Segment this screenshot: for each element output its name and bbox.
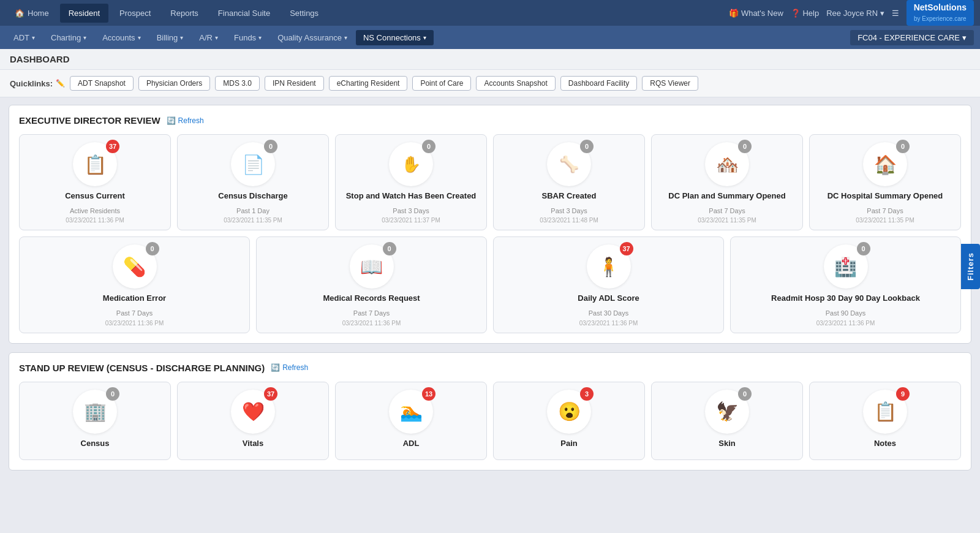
top-nav-right: 🎁 What's New ❓ Help Ree Joyce RN ▾ ☰ Net… bbox=[729, 0, 974, 26]
card-census-discharge[interactable]: 📄 0 Census Discharge Past 1 Day 03/23/20… bbox=[177, 134, 329, 230]
standup-review-title: STAND UP REVIEW (CENSUS - DISCHARGE PLAN… bbox=[19, 363, 265, 373]
filters-label: Filters bbox=[966, 252, 975, 281]
quicklinks-edit-icon[interactable]: ✏️ bbox=[56, 79, 65, 88]
census-discharge-sub: Past 1 Day bbox=[236, 206, 270, 216]
card-standup-vitals[interactable]: ❤️ 37 Vitals bbox=[177, 382, 329, 461]
brand-logo: NetSolutions by Experience.care bbox=[907, 0, 974, 26]
dc-hospital-badge: 0 bbox=[896, 140, 910, 153]
executive-review-header: EXECUTIVE DIRECTOR REVIEW 🔄 Refresh bbox=[19, 115, 961, 126]
nav-home-label: Home bbox=[28, 9, 49, 18]
whats-new-link[interactable]: 🎁 What's New bbox=[729, 9, 783, 18]
dc-plan-date: 03/23/2021 11:35 PM bbox=[698, 217, 756, 224]
card-standup-notes[interactable]: 📋 9 Notes bbox=[809, 382, 961, 461]
executive-review-title: EXECUTIVE DIRECTOR REVIEW bbox=[19, 115, 160, 126]
daily-adl-date: 03/23/2021 11:36 PM bbox=[579, 320, 638, 327]
card-med-error[interactable]: 💊 0 Medication Error Past 7 Days 03/23/2… bbox=[19, 236, 250, 333]
standup-refresh-label: Refresh bbox=[282, 363, 308, 372]
standup-pain-icon-wrap: 😮 3 bbox=[547, 390, 591, 434]
med-error-badge: 0 bbox=[146, 242, 159, 255]
help-link[interactable]: ❓ Help bbox=[791, 9, 819, 18]
ql-echarting-resident[interactable]: eCharting Resident bbox=[329, 76, 408, 91]
card-daily-adl-icon-wrap: 🧍 37 bbox=[587, 244, 631, 289]
facility-selector[interactable]: FC04 - EXPERIENCE CARE ▾ bbox=[850, 30, 974, 45]
nav-quality-assurance[interactable]: Quality Assurance bbox=[270, 30, 355, 45]
card-readmit[interactable]: 🏥 0 Readmit Hosp 30 Day 90 Day Lookback … bbox=[730, 236, 961, 333]
nav-financial-suite[interactable]: Financial Suite bbox=[209, 4, 279, 23]
card-sbar-created[interactable]: 🦴 0 SBAR Created Past 3 Days 03/23/2021 … bbox=[493, 134, 645, 230]
card-med-error-icon-wrap: 💊 0 bbox=[113, 244, 157, 289]
nav-home[interactable]: 🏠 Home bbox=[6, 4, 58, 23]
standup-vitals-badge: 37 bbox=[264, 387, 277, 401]
card-dc-hospital-icon-wrap: 🏠 0 bbox=[863, 142, 907, 186]
dc-hospital-icon: 🏠 bbox=[874, 154, 897, 175]
standup-skin-icon-wrap: 🦅 0 bbox=[705, 390, 749, 434]
nav-prospect[interactable]: Prospect bbox=[111, 4, 159, 23]
standup-census-icon-wrap: 🏢 0 bbox=[73, 390, 117, 434]
standup-notes-icon-wrap: 📋 9 bbox=[863, 390, 907, 434]
nav-financial-suite-label: Financial Suite bbox=[218, 9, 270, 18]
nav-charting[interactable]: Charting bbox=[43, 30, 94, 45]
standup-vitals-icon: ❤️ bbox=[242, 401, 265, 422]
executive-row1: 📋 37 Census Current Active Residents 03/… bbox=[19, 134, 961, 230]
nav-reports[interactable]: Reports bbox=[162, 4, 207, 23]
refresh-label: Refresh bbox=[178, 116, 204, 125]
card-stop-watch-icon-wrap: ✋ 0 bbox=[389, 142, 433, 186]
ql-physician-orders[interactable]: Physician Orders bbox=[138, 76, 210, 91]
nav-settings[interactable]: Settings bbox=[281, 4, 327, 23]
hamburger-menu[interactable]: ☰ bbox=[892, 9, 899, 18]
nav-ar[interactable]: A/R bbox=[192, 30, 225, 45]
standup-refresh-btn[interactable]: 🔄 Refresh bbox=[271, 363, 308, 372]
census-current-title: Census Current bbox=[65, 191, 125, 202]
census-current-date: 03/23/2021 11:36 PM bbox=[66, 217, 124, 224]
card-standup-pain[interactable]: 😮 3 Pain bbox=[493, 382, 645, 461]
user-menu[interactable]: Ree Joyce RN ▾ bbox=[826, 9, 884, 18]
card-standup-adl[interactable]: 🏊 13 ADL bbox=[335, 382, 487, 461]
card-standup-census[interactable]: 🏢 0 Census bbox=[19, 382, 171, 461]
med-records-date: 03/23/2021 11:36 PM bbox=[342, 320, 401, 327]
med-error-sub: Past 7 Days bbox=[116, 309, 153, 318]
nav-ns-connections[interactable]: NS Connections bbox=[356, 30, 434, 45]
ql-accounts-snapshot[interactable]: Accounts Snapshot bbox=[476, 76, 555, 91]
nav-resident[interactable]: Resident bbox=[60, 4, 108, 23]
stop-watch-icon: ✋ bbox=[401, 155, 421, 174]
ql-mds[interactable]: MDS 3.0 bbox=[215, 76, 260, 91]
census-discharge-icon: 📄 bbox=[242, 154, 265, 175]
ql-point-of-care[interactable]: Point of Care bbox=[412, 76, 471, 91]
ql-ipn-resident[interactable]: IPN Resident bbox=[265, 76, 324, 91]
top-nav: 🏠 Home Resident Prospect Reports Financi… bbox=[0, 0, 980, 26]
card-census-discharge-icon-wrap: 📄 0 bbox=[231, 142, 275, 186]
card-standup-skin[interactable]: 🦅 0 Skin bbox=[651, 382, 803, 461]
readmit-icon: 🏥 bbox=[834, 256, 857, 278]
sbar-badge: 0 bbox=[580, 140, 594, 153]
med-records-badge: 0 bbox=[383, 242, 396, 255]
card-census-current[interactable]: 📋 37 Census Current Active Residents 03/… bbox=[19, 134, 171, 230]
nav-accounts[interactable]: Accounts bbox=[95, 30, 148, 45]
quicklinks-bar: Quicklinks: ✏️ ADT Snapshot Physician Or… bbox=[0, 70, 980, 97]
brand-tagline: by Experience.care bbox=[914, 15, 967, 22]
card-sbar-icon-wrap: 🦴 0 bbox=[547, 142, 591, 186]
dc-plan-sub: Past 7 Days bbox=[709, 206, 745, 216]
standup-row1: 🏢 0 Census ❤️ 37 Vitals 🏊 13 ADL bbox=[19, 382, 961, 461]
executive-refresh-btn[interactable]: 🔄 Refresh bbox=[167, 116, 204, 125]
card-stop-watch[interactable]: ✋ 0 Stop and Watch Has Been Created Past… bbox=[335, 134, 487, 230]
card-daily-adl[interactable]: 🧍 37 Daily ADL Score Past 30 Days 03/23/… bbox=[493, 236, 724, 333]
standup-skin-badge: 0 bbox=[738, 387, 752, 401]
card-dc-hospital[interactable]: 🏠 0 DC Hospital Summary Opened Past 7 Da… bbox=[809, 134, 961, 230]
card-med-records[interactable]: 📖 0 Medical Records Request Past 7 Days … bbox=[256, 236, 487, 333]
home-icon: 🏠 bbox=[15, 9, 24, 18]
sbar-date: 03/23/2021 11:48 PM bbox=[540, 217, 598, 224]
standup-adl-icon: 🏊 bbox=[400, 401, 423, 422]
nav-billing[interactable]: Billing bbox=[149, 30, 191, 45]
card-dc-plan[interactable]: 🏘️ 0 DC Plan and Summary Opened Past 7 D… bbox=[651, 134, 803, 230]
nav-reports-label: Reports bbox=[170, 9, 198, 18]
ql-dashboard-facility[interactable]: Dashboard Facility bbox=[560, 76, 637, 91]
census-current-icon: 📋 bbox=[84, 154, 107, 175]
nav-adt[interactable]: ADT bbox=[6, 30, 42, 45]
ql-adt-snapshot[interactable]: ADT Snapshot bbox=[70, 76, 134, 91]
readmit-badge: 0 bbox=[857, 242, 870, 255]
ql-rqs-viewer[interactable]: RQS Viewer bbox=[642, 76, 698, 91]
filters-tab[interactable]: Filters bbox=[961, 244, 980, 289]
nav-funds[interactable]: Funds bbox=[227, 30, 269, 45]
standup-census-badge: 0 bbox=[106, 387, 119, 401]
card-census-current-icon-wrap: 📋 37 bbox=[73, 142, 117, 186]
